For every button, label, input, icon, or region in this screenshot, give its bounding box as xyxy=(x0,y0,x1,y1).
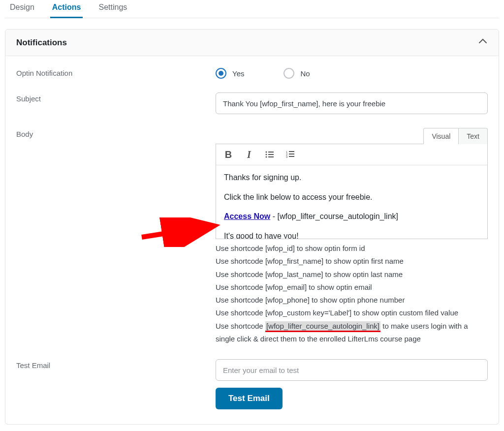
subject-input[interactable] xyxy=(216,92,488,114)
bullet-list-icon[interactable] xyxy=(262,147,277,162)
svg-rect-5 xyxy=(268,156,274,157)
help-line-7: Use shortcode [wfop_lifter_course_autolo… xyxy=(216,320,488,346)
editor-tab-visual[interactable]: Visual xyxy=(423,128,458,144)
body-label: Body xyxy=(16,128,216,138)
shortcode-help: Use shortcode [wfop_id] to show optin fo… xyxy=(216,242,488,345)
test-email-input[interactable] xyxy=(216,359,488,381)
body-line-1: Thanks for signing up. xyxy=(224,171,479,184)
svg-point-0 xyxy=(266,152,267,153)
optin-label: Optin Notification xyxy=(16,67,216,77)
svg-rect-11 xyxy=(289,156,294,157)
test-email-label: Test Email xyxy=(16,359,216,369)
svg-rect-9 xyxy=(289,154,294,154)
panel-header[interactable]: Notifications xyxy=(5,30,499,56)
optin-yes-label: Yes xyxy=(232,69,244,78)
chevron-up-icon[interactable] xyxy=(478,36,488,49)
svg-rect-3 xyxy=(268,154,274,155)
main-tabs: Design Actions Settings xyxy=(5,0,499,18)
body-editor: Visual Text B I 123 Thanks xyxy=(216,128,488,239)
svg-rect-1 xyxy=(268,152,274,153)
bold-icon[interactable]: B xyxy=(221,147,236,162)
optin-radio-group: Yes No xyxy=(216,67,488,79)
optin-no-radio[interactable]: No xyxy=(284,68,310,79)
svg-point-2 xyxy=(266,154,267,155)
subject-label: Subject xyxy=(16,92,216,103)
editor-content[interactable]: Thanks for signing up. Click the link be… xyxy=(216,165,488,239)
optin-yes-radio[interactable]: Yes xyxy=(216,68,244,79)
panel-title: Notifications xyxy=(16,38,67,48)
help-line-4: Use shortcode [wfop_email] to show optin… xyxy=(216,281,488,294)
editor-tab-text[interactable]: Text xyxy=(458,128,488,144)
help-line-6: Use shortcode [wfop_custom key='Label'] … xyxy=(216,307,488,319)
optin-no-label: No xyxy=(300,69,310,78)
help-line-5: Use shortcode [wfop_phone] to show optin… xyxy=(216,294,488,307)
svg-point-4 xyxy=(266,156,267,158)
body-line-4: It's good to have you! xyxy=(224,230,479,239)
italic-icon[interactable]: I xyxy=(242,147,256,162)
body-line-3: Access Now - [wfop_lifter_course_autolog… xyxy=(224,210,479,223)
help-line-3: Use shortcode [wfop_last_name] to show o… xyxy=(216,268,488,281)
notifications-panel: Notifications Optin Notification Yes No xyxy=(5,29,499,425)
numbered-list-icon[interactable]: 123 xyxy=(283,147,298,162)
tab-design[interactable]: Design xyxy=(8,0,36,18)
editor-toolbar: B I 123 xyxy=(216,144,488,165)
svg-text:3: 3 xyxy=(286,155,288,158)
svg-rect-7 xyxy=(289,151,294,152)
test-email-button[interactable]: Test Email xyxy=(216,388,283,409)
highlighted-shortcode: [wfop_lifter_course_autologin_link] xyxy=(265,321,380,332)
help-line-2: Use shortcode [wfop_first_name] to show … xyxy=(216,255,488,268)
access-now-link[interactable]: Access Now xyxy=(224,212,270,220)
body-line-2: Click the link below to access your free… xyxy=(224,191,479,204)
help-line-1: Use shortcode [wfop_id] to show optin fo… xyxy=(216,242,488,255)
tab-actions[interactable]: Actions xyxy=(50,0,83,18)
tab-settings[interactable]: Settings xyxy=(96,0,129,18)
